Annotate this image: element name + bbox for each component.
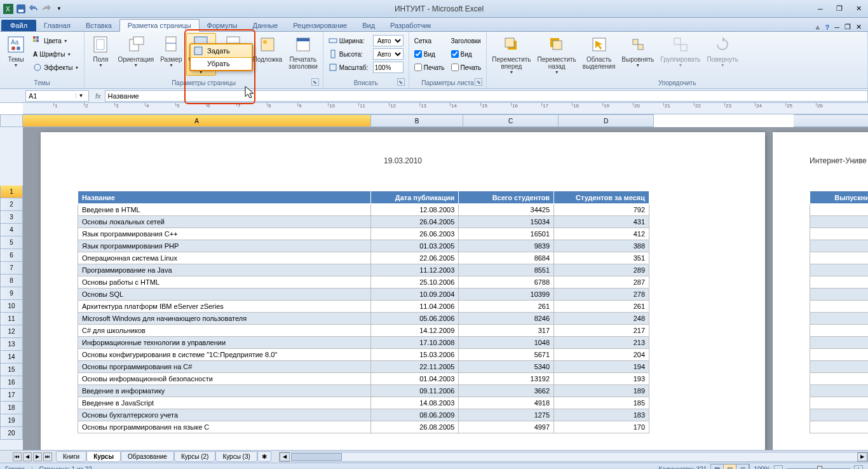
tab-insert[interactable]: Вставка [78,20,119,31]
close-button[interactable]: ✕ [851,4,865,14]
zoom-in-button[interactable]: + [854,465,863,469]
table-row[interactable]: Основы локальных сетей26.04.200515034431 [78,216,649,228]
select-all-corner[interactable] [0,114,23,127]
col-header-d[interactable]: D [559,114,654,127]
themes-button[interactable]: Aa Темы ▼ [3,33,29,69]
zoom-level[interactable]: 100% [754,466,770,469]
tab-data[interactable]: Данные [245,20,285,31]
background-button[interactable]: Подложка [250,33,285,64]
formula-input[interactable] [105,90,868,102]
name-box[interactable]: A1▼ [25,90,89,102]
page-break-view-button[interactable]: ⊞ [736,465,749,470]
table-row[interactable]: 59 [810,313,869,325]
sheet-options-dialog-launcher[interactable]: ⬊ [475,78,482,86]
row-header-16[interactable]: 16 [0,376,23,389]
tab-nav-first[interactable]: ⏮ [13,452,22,461]
row-header-20[interactable]: 20 [0,427,23,440]
page-setup-dialog-launcher[interactable]: ⬊ [311,78,319,86]
scale-dialog-launcher[interactable]: ⬊ [397,78,405,86]
normal-view-button[interactable]: ▦ [711,465,724,470]
sheet-tab-4[interactable]: Курсы (3) [215,451,257,462]
scale-input[interactable] [373,62,403,73]
table-row[interactable]: 38 [810,373,869,385]
table-row[interactable]: Введение в JavaScript14.08.20034918185 [78,397,649,409]
print-titles-button[interactable]: Печатать заголовки [286,33,320,71]
sheet-tab-0[interactable]: Книги [56,451,86,462]
sheet-tab-3[interactable]: Курсы (2) [174,451,215,462]
table-row[interactable]: Основы работы с HTML25.10.20066788287 [78,276,649,289]
table-row[interactable]: 26 [810,276,869,289]
minimize-ribbon-icon[interactable]: ▵ [816,23,820,31]
margins-button[interactable]: Поля▼ [87,33,114,69]
table-row[interactable]: Язык программирования C++26.06.200316501… [78,228,649,240]
new-sheet-tab[interactable]: ✱ [257,451,271,462]
table-row[interactable]: 4 [810,337,869,349]
scroll-right-button[interactable]: ▶ [857,452,867,461]
table-row[interactable]: Введение в информатику09.11.20063662189 [78,385,649,397]
tab-formulas[interactable]: Формулы [200,20,245,31]
size-button[interactable]: Размер▼ [158,33,184,69]
row-header-10[interactable]: 10 [0,300,23,313]
table-row[interactable] [810,301,869,313]
row-header-3[interactable]: 3 [0,211,23,224]
horizontal-scrollbar[interactable]: ◀ ▶ [279,452,868,462]
set-print-area-menu-item[interactable]: Задать [190,44,252,58]
table-header-month[interactable]: Студентов за месяц [554,191,649,204]
headings-print-checkbox[interactable] [451,64,459,71]
workbook-restore-icon[interactable]: ❐ [844,23,851,31]
table-row[interactable]: Основы программирования на C#22.11.20055… [78,361,649,373]
table-row[interactable]: 127 [810,204,869,216]
selection-pane-button[interactable]: Область выделения [580,33,618,71]
name-box-dropdown-icon[interactable]: ▼ [76,93,86,99]
row-header-4[interactable]: 4 [0,224,23,236]
row-header-2[interactable]: 2 [0,198,23,211]
table-row[interactable] [810,325,869,337]
row-header-12[interactable]: 12 [0,325,23,338]
tab-review[interactable]: Рецензирование [285,20,355,31]
clear-print-area-menu-item[interactable]: Убрать [191,57,252,70]
table-row[interactable]: 14 [810,349,869,361]
scroll-thumb[interactable] [291,453,342,461]
table-row[interactable]: Введение в HTML12.08.200334425792 [78,204,649,216]
row-header-1[interactable]: 1 [0,186,23,198]
row-header-14[interactable]: 14 [0,351,23,364]
tab-developer[interactable]: Разработчик [383,20,438,31]
send-backward-button[interactable]: Переместить назад▼ [535,33,579,76]
table-row[interactable]: Основы конфигурирования в системе "1C:Пр… [78,349,649,361]
table-row[interactable]: 2 [810,361,869,373]
table-row[interactable]: Основы информационной безопасности01.04.… [78,373,649,385]
tab-page-layout[interactable]: Разметка страницы [119,19,200,32]
excel-icon[interactable]: X [3,3,14,15]
col-header-a[interactable]: A [23,114,371,127]
table-row[interactable] [810,409,869,421]
col-header-e[interactable]: E [794,114,868,127]
table-row[interactable]: 6 [810,385,869,397]
zoom-slider-thumb[interactable] [817,466,822,470]
fx-button[interactable]: fx [92,92,105,100]
row-header-18[interactable]: 18 [0,402,23,414]
row-header-17[interactable]: 17 [0,389,23,402]
align-button[interactable]: Выровнять▼ [619,33,656,69]
qat-customize-icon[interactable]: ▼ [53,3,65,15]
table-header-total[interactable]: Всего студентов [459,191,554,204]
tab-nav-prev[interactable]: ◀ [23,452,32,461]
save-icon[interactable] [15,3,27,15]
table-row[interactable]: 17 [810,228,869,240]
rotate-button[interactable]: Повернуть▼ [705,33,741,69]
colors-button[interactable]: Цвета ▼ [32,34,80,47]
table-row[interactable]: Операционная система Linux22.06.20058684… [78,252,649,264]
row-header-6[interactable]: 6 [0,249,23,262]
col-header-c[interactable]: C [463,114,559,127]
data-table-2[interactable]: Выпускников 127251712108265594142386166 [810,191,868,433]
group-button[interactable]: Группировать▼ [658,33,703,69]
table-row[interactable]: 16 [810,397,869,409]
table-row[interactable]: C# для школьников14.12.2009317217 [78,325,649,337]
scroll-left-button[interactable]: ◀ [280,452,290,461]
page-layout-view-button[interactable]: ▤ [724,465,736,470]
table-row[interactable]: Информационные технологии в управлении17… [78,337,649,349]
headings-view-checkbox[interactable] [451,50,459,58]
table-row[interactable]: 6 [810,421,869,433]
undo-icon[interactable] [28,3,39,15]
restore-button[interactable]: ❐ [832,4,846,14]
table-row[interactable]: 8 [810,264,869,276]
